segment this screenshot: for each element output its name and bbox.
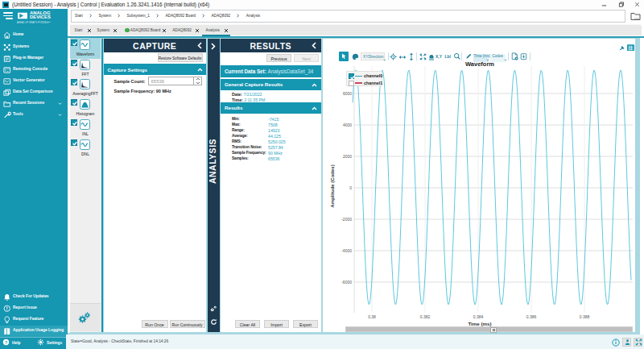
svg-text:?: ?: [5, 340, 8, 345]
